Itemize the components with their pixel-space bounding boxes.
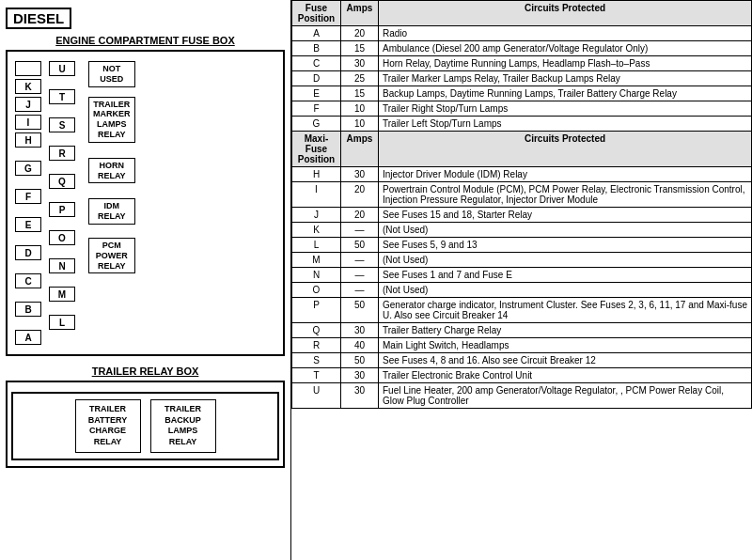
header-amps: Amps	[341, 1, 379, 26]
fuse-circuits: Trailer Right Stop/Turn Lamps	[379, 101, 752, 117]
trailer-battery-relay: TRAILER BATTERY CHARGE RELAY	[75, 399, 141, 453]
fuse-C: C	[15, 273, 41, 288]
maxi-fuse-circuits: Generator charge indicator, Instrument C…	[379, 298, 752, 323]
maxi-table-row: I 20 Powertrain Control Module (PCM), PC…	[292, 182, 752, 208]
maxi-fuse-pos: I	[292, 182, 341, 208]
maxi-table-row: K — (Not Used)	[292, 223, 752, 238]
maxi-fuse-circuits: Fuel Line Heater, 200 amp Generator/Volt…	[379, 383, 752, 409]
maxi-fuse-amps: —	[341, 223, 379, 238]
fuse-pos: E	[292, 86, 341, 101]
maxi-fuse-circuits: (Not Used)	[379, 283, 752, 298]
maxi-table-row: P 50 Generator charge indicator, Instrum…	[292, 298, 752, 323]
fuse-O: O	[49, 230, 75, 245]
left-panel: DIESEL ENGINE COMPARTMENT FUSE BOX K J I…	[0, 0, 291, 560]
maxi-fuse-pos: M	[292, 253, 341, 268]
table-row: A 20 Radio	[292, 26, 752, 41]
maxi-fuse-circuits: Injector Driver Module (IDM) Relay	[379, 167, 752, 182]
header-circuits: Circuits Protected	[379, 1, 752, 26]
maxi-fuse-pos: T	[292, 368, 341, 383]
fuse-M: M	[49, 287, 75, 302]
fuse-amps: 20	[341, 26, 379, 41]
maxi-fuse-amps: 50	[341, 298, 379, 323]
fuse-circuits: Trailer Left Stop/Turn Lamps	[379, 117, 752, 132]
fuse-pos: D	[292, 71, 341, 86]
trailer-items: TRAILER BATTERY CHARGE RELAY TRAILER BAC…	[11, 392, 279, 460]
fuse-D: D	[15, 245, 41, 260]
maxi-fuse-amps: 30	[341, 368, 379, 383]
maxi-fuse-amps: 40	[341, 338, 379, 353]
fuse-circuits: Ambulance (Diesel 200 amp Generator/Volt…	[379, 41, 752, 56]
maxi-fuse-amps: 50	[341, 353, 379, 368]
fuse-A: A	[15, 330, 41, 345]
fuse-layout: K J I H G F E D C B A U	[11, 57, 279, 349]
maxi-table-row: U 30 Fuel Line Heater, 200 amp Generator…	[292, 383, 752, 409]
maxi-table-row: Q 30 Trailer Battery Charge Relay	[292, 323, 752, 338]
fuse-R: R	[49, 146, 75, 161]
fuse-pos: C	[292, 56, 341, 71]
maxi-fuse-circuits: (Not Used)	[379, 223, 752, 238]
maxi-fuse-pos: N	[292, 268, 341, 283]
maxi-table-row: H 30 Injector Driver Module (IDM) Relay	[292, 167, 752, 182]
fuse-Q: Q	[49, 174, 75, 189]
table-row: C 30 Horn Relay, Daytime Running Lamps, …	[292, 56, 752, 71]
fuse-H: H	[15, 132, 41, 148]
fuse-circuits: Trailer Marker Lamps Relay, Trailer Back…	[379, 71, 752, 86]
maxi-fuse-pos: H	[292, 167, 341, 182]
not-used-label: NOT USED	[88, 61, 135, 87]
maxi-table-row: S 50 See Fuses 4, 8 and 16. Also see Cir…	[292, 353, 752, 368]
maxi-fuse-amps: 20	[341, 182, 379, 208]
maxi-fuse-circuits: See Fuses 5, 9 and 13	[379, 238, 752, 253]
maxi-fuse-amps: —	[341, 283, 379, 298]
maxi-fuse-pos: J	[292, 208, 341, 223]
maxi-fuse-amps: 30	[341, 383, 379, 409]
maxi-fuse-pos: L	[292, 238, 341, 253]
engine-box-title: ENGINE COMPARTMENT FUSE BOX	[6, 35, 285, 46]
fuse-L: L	[49, 315, 75, 330]
trailer-marker-label: TRAILER MARKER LAMPS RELAY	[88, 97, 135, 143]
maxi-fuse-header-amps: Amps	[341, 132, 379, 167]
fuse-F: F	[15, 189, 41, 204]
maxi-fuse-circuits: (Not Used)	[379, 253, 752, 268]
idm-relay-label: IDM RELAY	[88, 198, 135, 225]
maxi-table-row: R 40 Main Light Switch, Headlamps	[292, 338, 752, 353]
maxi-fuse-header-pos: Maxi-FusePosition	[292, 132, 341, 167]
fuse-E: E	[15, 217, 41, 232]
maxi-fuse-circuits: See Fuses 1 and 7 and Fuse E	[379, 268, 752, 283]
fuse-amps: 15	[341, 41, 379, 56]
maxi-fuse-amps: —	[341, 268, 379, 283]
fuse-pos: F	[292, 101, 341, 117]
relay-labels: NOT USED TRAILER MARKER LAMPS RELAY HORN…	[88, 61, 135, 273]
maxi-fuse-pos: S	[292, 353, 341, 368]
table-row: D 25 Trailer Marker Lamps Relay, Trailer…	[292, 71, 752, 86]
maxi-fuse-amps: —	[341, 253, 379, 268]
maxi-fuse-circuits: Main Light Switch, Headlamps	[379, 338, 752, 353]
maxi-fuse-pos: K	[292, 223, 341, 238]
maxi-fuse-amps: 30	[341, 323, 379, 338]
header-fuse-position: FusePosition	[292, 1, 341, 26]
table-row: B 15 Ambulance (Diesel 200 amp Generator…	[292, 41, 752, 56]
maxi-table-row: M — (Not Used)	[292, 253, 752, 268]
fuse-T: T	[49, 89, 75, 104]
fuse-table: FusePosition Amps Circuits Protected A 2…	[291, 0, 752, 409]
maxi-fuse-circuits: See Fuses 15 and 18, Starter Relay	[379, 208, 752, 223]
maxi-fuse-pos: P	[292, 298, 341, 323]
fuse-amps: 10	[341, 101, 379, 117]
maxi-fuse-header-row: Maxi-FusePosition Amps Circuits Protecte…	[292, 132, 752, 167]
maxi-fuse-amps: 30	[341, 167, 379, 182]
maxi-fuse-circuits: Powertrain Control Module (PCM), PCM Pow…	[379, 182, 752, 208]
maxi-table-row: O — (Not Used)	[292, 283, 752, 298]
maxi-table-row: T 30 Trailer Electronic Brake Control Un…	[292, 368, 752, 383]
fuse-pos: B	[292, 41, 341, 56]
fuse-amps: 15	[341, 86, 379, 101]
fuse-G: G	[15, 161, 41, 176]
trailer-relay-title: TRAILER RELAY BOX	[6, 366, 285, 377]
fuse-U: U	[49, 61, 75, 76]
diesel-title: DIESEL	[6, 8, 71, 29]
maxi-table-row: L 50 See Fuses 5, 9 and 13	[292, 238, 752, 253]
maxi-table-row: N — See Fuses 1 and 7 and Fuse E	[292, 268, 752, 283]
fuse-P: P	[49, 202, 75, 217]
trailer-relay-box: TRAILER BATTERY CHARGE RELAY TRAILER BAC…	[6, 381, 285, 468]
maxi-table-row: J 20 See Fuses 15 and 18, Starter Relay	[292, 208, 752, 223]
pcm-power-label: PCM POWER RELAY	[88, 238, 135, 273]
fuse-amps: 25	[341, 71, 379, 86]
